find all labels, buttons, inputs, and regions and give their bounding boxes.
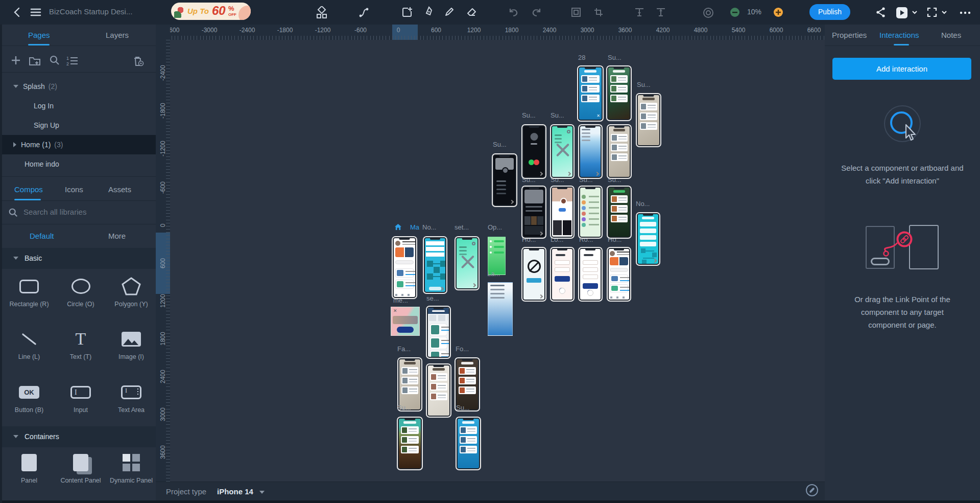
tab-more[interactable]: More: [108, 232, 126, 240]
fullscreen-chevron-icon[interactable]: [941, 9, 954, 22]
undo-icon[interactable]: [508, 6, 521, 19]
artboard-su-1[interactable]: [606, 65, 632, 121]
artboard-call[interactable]: [521, 124, 546, 179]
eraser-icon[interactable]: [466, 6, 479, 19]
artboard-label[interactable]: Su...: [456, 404, 470, 411]
redo-icon[interactable]: [530, 6, 543, 19]
add-folder-icon[interactable]: [29, 55, 41, 66]
artboard-label[interactable]: Su...: [551, 111, 564, 119]
artboard-fashion[interactable]: [607, 124, 632, 179]
publish-button[interactable]: Publish: [809, 4, 850, 20]
artboard-label[interactable]: Fa...: [397, 345, 411, 353]
artboard-label[interactable]: No...: [422, 223, 436, 231]
section-basic[interactable]: Basic: [0, 248, 156, 269]
component-textarea[interactable]: IText Area: [106, 382, 157, 414]
artboard-label[interactable]: Su...: [522, 111, 536, 119]
zoom-in-icon[interactable]: [773, 7, 786, 20]
more-icon[interactable]: [959, 6, 972, 19]
artboard-label[interactable]: Su...: [493, 141, 507, 148]
trash-icon[interactable]: [132, 55, 145, 67]
component-input[interactable]: IInput: [55, 382, 106, 414]
tab-pages[interactable]: Pages: [28, 31, 50, 39]
artboard-su-5[interactable]: [456, 417, 481, 470]
add-interaction-button[interactable]: Add interaction: [832, 58, 971, 80]
page-item-home-indo[interactable]: Home indo: [0, 154, 156, 174]
sort-list-icon[interactable]: 12: [66, 55, 79, 66]
component-image[interactable]: Image (I): [106, 329, 157, 360]
artboard-contacts[interactable]: [578, 186, 603, 239]
frame-fit-icon[interactable]: [570, 6, 583, 19]
artboard-label[interactable]: Op...: [488, 223, 502, 231]
tab-properties[interactable]: Properties: [832, 31, 867, 39]
promo-banner[interactable]: Up To 60 % OFF: [171, 3, 251, 20]
artboard-label[interactable]: Fo...: [456, 345, 469, 353]
component-content-panel[interactable]: Content Panel: [55, 453, 106, 484]
page-item-splash[interactable]: Splash(2): [0, 77, 156, 96]
panel-photo[interactable]: [391, 307, 420, 336]
artboard-splash[interactable]: [521, 247, 546, 302]
tab-interactions[interactable]: Interactions: [879, 31, 919, 39]
artboard-label[interactable]: Su...: [397, 404, 411, 411]
artboard-label[interactable]: La...: [487, 270, 500, 278]
artboard-profile-dark[interactable]: [521, 186, 546, 239]
component-dynamic-panel[interactable]: Dynamic Panel: [106, 453, 157, 484]
pencil-icon[interactable]: [444, 6, 457, 19]
device-selector[interactable]: iPhone 14: [217, 487, 253, 496]
frame-crop-icon[interactable]: [592, 6, 606, 19]
artboard-home[interactable]: [607, 247, 631, 302]
artboard-label[interactable]: se...: [426, 294, 439, 302]
artboard-label[interactable]: set...: [455, 223, 469, 231]
artboard-label[interactable]: Su...: [608, 54, 622, 61]
zoom-out-icon[interactable]: [730, 7, 743, 20]
artboard-notifications[interactable]: [636, 212, 660, 266]
component-circle[interactable]: Circle (O): [55, 277, 106, 308]
tab-notes[interactable]: Notes: [941, 31, 961, 39]
tab-layers[interactable]: Layers: [106, 31, 129, 39]
artboard-collage[interactable]: [426, 363, 451, 418]
artboard-food[interactable]: [607, 186, 632, 239]
component-panel[interactable]: Panel: [4, 453, 55, 484]
section-containers[interactable]: Containers: [0, 426, 156, 447]
page-item-signup[interactable]: Sign Up: [0, 116, 156, 135]
add-page-icon[interactable]: [10, 55, 21, 66]
artboard-profile-light[interactable]: [550, 186, 575, 239]
artboard-label[interactable]: Su...: [637, 81, 651, 88]
artboard-label[interactable]: No...: [636, 200, 650, 208]
page-item-login[interactable]: Log In: [0, 96, 156, 116]
component-text[interactable]: TText (T): [55, 329, 106, 360]
pen-tool-icon[interactable]: [423, 6, 437, 19]
panel-blue[interactable]: [488, 282, 513, 336]
search-pages-icon[interactable]: [49, 55, 60, 66]
target-icon[interactable]: [702, 6, 715, 19]
tab-compos[interactable]: Compos: [14, 185, 43, 194]
artboard-main[interactable]: [392, 236, 417, 299]
artboard-su-2[interactable]: [636, 93, 661, 147]
back-icon[interactable]: [11, 6, 25, 19]
artboard-label[interactable]: 28: [578, 54, 585, 61]
share-icon[interactable]: [875, 6, 888, 19]
component-polygon[interactable]: Polygon (Y): [106, 277, 157, 308]
tab-default[interactable]: Default: [30, 232, 54, 240]
artboard-settings-1[interactable]: [550, 124, 575, 179]
artboard-settings-2[interactable]: [455, 236, 480, 290]
panel-green[interactable]: [488, 237, 506, 275]
fullscreen-icon[interactable]: [926, 6, 939, 19]
components-icon[interactable]: [315, 6, 328, 19]
distribute-v-icon[interactable]: [633, 6, 647, 19]
artboard-label[interactable]: me...: [393, 296, 408, 304]
add-artboard-icon[interactable]: [401, 6, 414, 19]
component-line[interactable]: Line (L): [4, 329, 55, 360]
artboard-su-3[interactable]: [492, 153, 517, 207]
library-search[interactable]: Search all libraries: [0, 201, 156, 224]
preview-play-icon[interactable]: [895, 6, 909, 19]
distribute-h-icon[interactable]: [655, 6, 668, 19]
tab-icons[interactable]: Icons: [65, 185, 83, 194]
tab-assets[interactable]: Assets: [108, 185, 131, 194]
artboard-su-4[interactable]: [397, 417, 423, 470]
artboard-notif-2[interactable]: [423, 236, 447, 294]
compass-icon[interactable]: [806, 484, 818, 496]
component-rectangle[interactable]: Rectangle (R): [4, 277, 55, 308]
artboard-service[interactable]: [577, 65, 604, 122]
page-item-home[interactable]: Home (1)(3): [0, 135, 156, 154]
preview-chevron-icon[interactable]: [912, 9, 925, 22]
